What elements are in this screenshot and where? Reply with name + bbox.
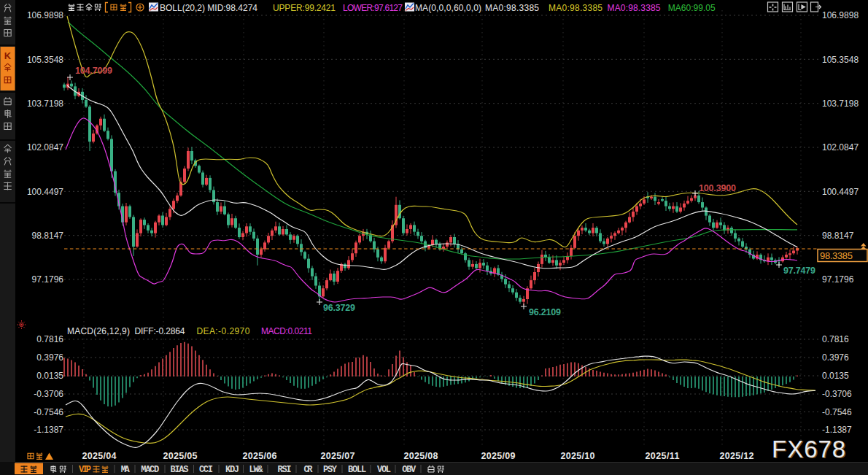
svg-text:104.7099: 104.7099 <box>75 66 112 76</box>
svg-text:2025/09: 2025/09 <box>481 451 516 461</box>
svg-text:102.0847: 102.0847 <box>27 142 63 152</box>
svg-text:96.3729: 96.3729 <box>323 303 355 313</box>
svg-text:98.8147: 98.8147 <box>822 231 854 241</box>
svg-text:RSI: RSI <box>278 465 292 475</box>
svg-text:K: K <box>4 50 12 61</box>
svg-text:98.3385: 98.3385 <box>820 250 853 261</box>
svg-text:0.7816: 0.7816 <box>36 334 63 344</box>
svg-text:DEA:-0.2970: DEA:-0.2970 <box>196 326 249 336</box>
svg-text:0.3976: 0.3976 <box>36 352 63 363</box>
svg-text:103.7198: 103.7198 <box>27 99 63 109</box>
svg-text:DIFF:-0.2864: DIFF:-0.2864 <box>134 326 185 336</box>
svg-text:0.7816: 0.7816 <box>822 334 849 344</box>
svg-text:UPPER:99.2421: UPPER:99.2421 <box>273 3 336 13</box>
svg-text:2025/08: 2025/08 <box>404 451 438 461</box>
svg-text:2025/10: 2025/10 <box>561 451 595 461</box>
svg-text:MA0:98.3385: MA0:98.3385 <box>608 3 661 13</box>
svg-text:-1.1387: -1.1387 <box>822 425 852 435</box>
svg-text:KDJ: KDJ <box>225 465 239 475</box>
svg-text:MACD:0.0211: MACD:0.0211 <box>261 326 312 336</box>
svg-text:106.9898: 106.9898 <box>27 10 63 20</box>
svg-text:-0.3706: -0.3706 <box>34 389 63 399</box>
svg-text:2025/12: 2025/12 <box>720 451 754 461</box>
svg-text:MA60:99.05: MA60:99.05 <box>668 3 716 13</box>
svg-text:LOWER:97.6127: LOWER:97.6127 <box>343 3 403 13</box>
svg-text:CR: CR <box>304 465 314 475</box>
svg-text:2025/05: 2025/05 <box>163 451 198 461</box>
svg-text:FX678: FX678 <box>772 436 846 463</box>
svg-text:97.7479: 97.7479 <box>783 266 815 276</box>
svg-text:97.1796: 97.1796 <box>32 274 64 285</box>
svg-text:100.4497: 100.4497 <box>27 187 63 197</box>
svg-text:BOLL(20,2) MID:98.4274: BOLL(20,2) MID:98.4274 <box>160 3 257 13</box>
svg-text:2025/06: 2025/06 <box>243 451 277 461</box>
svg-text:MA0:98.3385: MA0:98.3385 <box>485 3 539 13</box>
svg-text:MACD: MACD <box>141 465 159 475</box>
svg-text:MA: MA <box>121 465 131 475</box>
svg-text:2025/07: 2025/07 <box>321 451 355 461</box>
svg-text:97.1796: 97.1796 <box>822 274 854 285</box>
svg-text:VOL: VOL <box>377 465 391 475</box>
svg-text:0.3976: 0.3976 <box>822 352 849 363</box>
svg-text:PSY: PSY <box>323 465 338 475</box>
svg-text:106.9898: 106.9898 <box>822 10 859 20</box>
svg-text:2025/11: 2025/11 <box>646 451 680 461</box>
svg-text:CCI: CCI <box>199 465 213 475</box>
svg-text:OBV: OBV <box>402 465 416 475</box>
svg-text:VIP: VIP <box>79 465 91 475</box>
svg-text:100.3900: 100.3900 <box>699 183 736 193</box>
svg-text:-0.7546: -0.7546 <box>34 407 63 417</box>
svg-text:BOLL: BOLL <box>348 465 366 475</box>
svg-text:-0.7546: -0.7546 <box>822 407 852 417</box>
svg-text:105.3548: 105.3548 <box>822 55 859 65</box>
svg-text:MA(0,0,0,60,0,0): MA(0,0,0,60,0,0) <box>415 3 481 13</box>
svg-text:-1.1387: -1.1387 <box>34 425 63 435</box>
svg-text:0.0135: 0.0135 <box>822 371 849 381</box>
svg-text:BIAS: BIAS <box>171 465 189 475</box>
svg-text:MACD(26,12,9): MACD(26,12,9) <box>67 326 130 336</box>
svg-text:105.3548: 105.3548 <box>27 55 63 65</box>
svg-text:-0.3706: -0.3706 <box>822 389 852 399</box>
svg-text:98.8147: 98.8147 <box>32 231 64 241</box>
svg-text:100.4497: 100.4497 <box>822 187 859 197</box>
svg-text:103.7198: 103.7198 <box>822 99 859 109</box>
svg-text:LW&: LW& <box>249 465 264 475</box>
svg-text:2025/04: 2025/04 <box>82 451 117 461</box>
svg-text:MA0:98.3385: MA0:98.3385 <box>549 3 602 13</box>
svg-text:96.2109: 96.2109 <box>529 307 561 317</box>
svg-text:0.0135: 0.0135 <box>36 371 63 381</box>
svg-text:102.0847: 102.0847 <box>822 142 859 152</box>
